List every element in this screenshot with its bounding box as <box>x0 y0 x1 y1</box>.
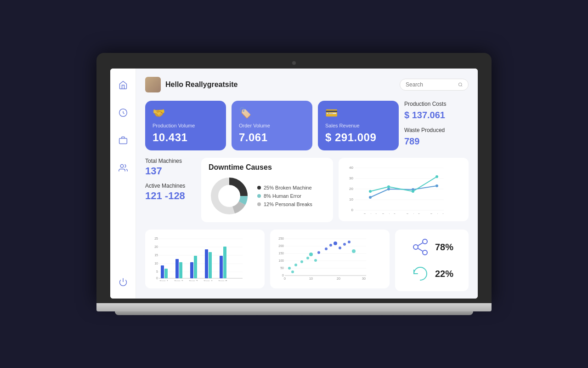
svg-point-22 <box>369 196 372 199</box>
legend-label-breaks: 12% Personal Breaks <box>264 201 312 207</box>
svg-text:Item 2: Item 2 <box>174 280 183 281</box>
greeting: Hello Reallygreatsite <box>165 80 237 89</box>
search-box[interactable] <box>400 79 469 91</box>
svg-point-87 <box>352 249 356 253</box>
sidebar-item-dashboard[interactable] <box>116 105 130 120</box>
svg-text:15: 15 <box>154 253 158 257</box>
svg-rect-51 <box>194 256 197 278</box>
svg-text:Quarter 1: Quarter 1 <box>363 213 377 214</box>
svg-point-77 <box>306 257 309 259</box>
production-costs-value: $ 137.061 <box>404 110 469 121</box>
screen-bezel: Hello Reallygreatsite 🤝 Production Vol <box>96 53 492 303</box>
stat-card-order-volume: 🏷️ Order Volume 7.061 <box>232 101 312 150</box>
svg-point-86 <box>348 241 351 243</box>
stat-card-production-volume: 🤝 Production Volume 10.431 <box>145 101 226 150</box>
total-machines-label: Total Machines <box>145 158 196 164</box>
svg-point-92 <box>423 239 427 244</box>
svg-point-5 <box>458 83 462 86</box>
svg-text:100: 100 <box>278 259 284 262</box>
svg-text:20: 20 <box>337 277 340 280</box>
production-costs-label: Production Costs <box>404 101 469 107</box>
stats-row: 🤝 Production Volume 10.431 🏷️ Order Volu… <box>145 101 469 150</box>
svg-point-29 <box>435 175 438 178</box>
svg-text:Item 5: Item 5 <box>218 280 227 281</box>
downtime-section: Downtime Causes <box>201 158 333 222</box>
downtime-legend: 25% Broken Machine 8% Human Error 12% Pe… <box>257 185 312 207</box>
svg-text:30: 30 <box>349 176 353 180</box>
share-icon <box>410 237 430 257</box>
bottom-row: 25 20 15 10 5 0 <box>145 230 469 291</box>
middle-row: Total Machines 137 Active Machines 121 -… <box>145 158 469 222</box>
total-machines-value: 137 <box>145 165 196 177</box>
header-left: Hello Reallygreatsite <box>145 77 237 92</box>
svg-rect-1 <box>119 138 127 144</box>
svg-rect-52 <box>205 249 208 278</box>
bar-chart: 25 20 15 10 5 0 <box>152 235 243 281</box>
active-machines-value: 121 -128 <box>145 190 196 202</box>
legend-item-breaks: 12% Personal Breaks <box>257 201 312 207</box>
scatter-chart: 250 200 150 100 50 0 <box>277 235 368 281</box>
downtime-title: Downtime Causes <box>209 163 326 172</box>
svg-rect-55 <box>223 247 226 278</box>
svg-point-79 <box>314 259 317 262</box>
line-chart: 40 30 20 10 0 <box>345 163 446 214</box>
scatter-chart-section: 250 200 150 100 50 0 <box>270 230 390 288</box>
search-input[interactable] <box>406 81 455 88</box>
svg-text:10: 10 <box>154 262 158 265</box>
svg-point-27 <box>387 185 390 188</box>
sidebar-item-power[interactable] <box>116 275 130 289</box>
svg-text:5: 5 <box>156 270 158 273</box>
icon-stats-section: 78% 22% <box>395 230 469 291</box>
main-content: Hello Reallygreatsite 🤝 Production Vol <box>136 69 478 299</box>
legend-label-human: 8% Human Error <box>264 193 301 199</box>
svg-text:200: 200 <box>278 244 284 247</box>
svg-point-76 <box>300 260 303 263</box>
laptop-base <box>96 303 492 311</box>
refresh-stat-value: 22% <box>435 269 453 279</box>
svg-rect-54 <box>220 256 223 278</box>
production-volume-label: Production Volume <box>153 123 219 128</box>
svg-text:30: 30 <box>362 277 366 280</box>
sidebar-item-briefcase[interactable] <box>116 133 130 148</box>
sidebar-item-users[interactable] <box>116 161 130 175</box>
donut-chart <box>209 175 250 217</box>
share-stat: 78% <box>410 237 453 257</box>
svg-text:0: 0 <box>282 274 284 277</box>
svg-point-93 <box>413 245 418 249</box>
waste-produced-label: Waste Produced <box>404 127 469 133</box>
svg-text:50: 50 <box>280 266 284 270</box>
svg-line-96 <box>418 248 423 251</box>
svg-rect-49 <box>179 262 182 278</box>
line-chart-section: 40 30 20 10 0 <box>339 158 469 221</box>
laptop-foot <box>115 311 473 315</box>
svg-text:Quarter 2: Quarter 2 <box>382 213 396 214</box>
svg-point-11 <box>219 186 239 206</box>
svg-line-6 <box>461 86 462 86</box>
svg-point-28 <box>412 190 414 193</box>
legend-dot-human <box>257 194 261 198</box>
svg-point-94 <box>423 250 427 255</box>
svg-text:10: 10 <box>309 277 313 280</box>
svg-text:20: 20 <box>349 187 353 191</box>
stat-card-sales-revenue: 💳 Sales Revenue $ 291.009 <box>318 101 399 150</box>
share-stat-value: 78% <box>435 242 453 253</box>
svg-point-78 <box>309 253 313 256</box>
legend-item-broken: 25% Broken Machine <box>257 185 312 190</box>
svg-point-84 <box>339 247 341 249</box>
svg-point-82 <box>329 244 332 247</box>
legend-label-broken: 25% Broken Machine <box>264 185 312 190</box>
sidebar-item-home[interactable] <box>116 78 130 92</box>
svg-text:Quarter 4: Quarter 4 <box>430 213 444 214</box>
svg-point-83 <box>334 242 337 245</box>
svg-text:0: 0 <box>351 208 354 212</box>
svg-text:0: 0 <box>284 277 286 280</box>
bar-chart-section: 25 20 15 10 5 0 <box>145 230 265 288</box>
svg-text:Item 3: Item 3 <box>189 280 198 281</box>
refresh-stat: 22% <box>410 264 453 284</box>
svg-point-73 <box>288 267 291 270</box>
order-volume-icon: 🏷️ <box>239 107 305 119</box>
svg-text:20: 20 <box>154 245 158 248</box>
svg-text:250: 250 <box>278 237 284 240</box>
svg-text:25: 25 <box>154 237 158 240</box>
avatar <box>145 77 161 92</box>
